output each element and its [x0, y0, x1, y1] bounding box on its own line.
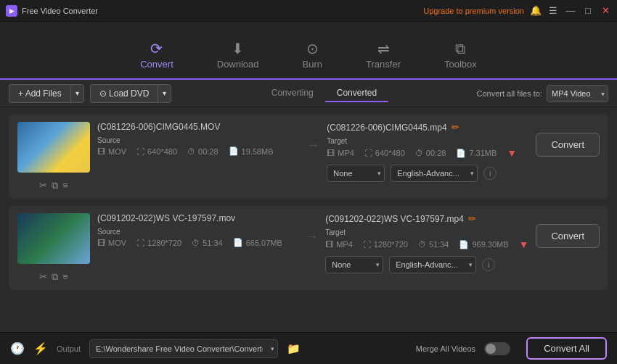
target-film-icon-2: 🎞 — [325, 240, 333, 249]
load-dvd-dropdown[interactable]: ▾ — [158, 84, 171, 103]
convert-button-1[interactable]: Convert — [536, 133, 600, 157]
convert-all-files-label: Convert all files to: — [477, 89, 542, 98]
lightning-icon[interactable]: ⚡ — [33, 342, 48, 355]
clock-icon[interactable]: 🕐 — [10, 342, 25, 355]
bottom-bar: 🕐 ⚡ Output E:\Wondershare Free Video Con… — [0, 332, 617, 364]
tab-converting[interactable]: Converting — [260, 85, 325, 102]
tab-converted[interactable]: Converted — [325, 85, 388, 102]
layers-icon-1[interactable]: ⧉ — [52, 180, 58, 191]
download-nav-icon: ⬇ — [232, 41, 244, 56]
source-res-val-2: 1280*720 — [147, 239, 181, 247]
arrow-icon-1: → — [306, 138, 319, 153]
add-files-dropdown[interactable]: ▾ — [70, 84, 84, 103]
close-button[interactable]: ✕ — [600, 5, 611, 17]
quality-select-2[interactable]: None — [325, 256, 383, 273]
convert-btn-col-2: Convert — [536, 213, 600, 248]
target-res-val-2: 1280*720 — [374, 240, 408, 249]
add-files-button[interactable]: + Add Files — [9, 84, 70, 103]
source-label-1: Source — [97, 136, 299, 144]
edit-icon-1[interactable]: ✏ — [451, 122, 459, 133]
source-res-2: ⛶ 1280*720 — [136, 239, 181, 247]
scissors-icon-2[interactable]: ✂ — [39, 271, 47, 283]
format-select-wrapper: MP4 Video MOV Video AVI Video MKV Video — [547, 85, 608, 102]
file-item-2: ✂ ⧉ ≡ (C091202-022)WS VC-197597.mov Sour… — [9, 206, 608, 290]
tab-transfer-label: Transfer — [366, 59, 401, 70]
target-resize-icon-2: ⛶ — [363, 240, 371, 249]
target-name-row-2: (C091202-022)WS VC-197597.mp4 ✏ — [325, 213, 528, 224]
merge-toggle[interactable] — [484, 342, 510, 355]
tab-download[interactable]: ⬇ Download — [195, 34, 281, 78]
target-format-2: 🎞 MP4 — [325, 240, 353, 249]
tab-toolbox-label: Toolbox — [444, 59, 477, 70]
target-timer-icon-1: ⏱ — [415, 149, 423, 157]
source-res-val-1: 640*480 — [147, 147, 177, 156]
source-meta-1: 🎞 MOV ⛶ 640*480 ⏱ 00:28 📄 19.58MB — [97, 146, 299, 156]
resize-icon-1: ⛶ — [136, 147, 144, 156]
app-icon: ▶ — [6, 5, 17, 17]
target-options-2: None English-Advanc... i — [325, 256, 528, 273]
target-format-val-1: MP4 — [338, 149, 354, 157]
thumb-img-1 — [17, 122, 90, 173]
upgrade-link[interactable]: Upgrade to premium version — [423, 7, 524, 15]
target-name-2: (C091202-022)WS VC-197597.mp4 — [325, 214, 464, 224]
folder-icon[interactable]: 📁 — [287, 342, 301, 355]
target-size-2: 📄 969.30MB — [459, 240, 508, 249]
target-options-1: None English-Advanc... i — [327, 165, 528, 182]
target-info-2: (C091202-022)WS VC-197597.mp4 ✏ Target 🎞… — [325, 213, 528, 273]
info-button-1[interactable]: i — [483, 167, 497, 180]
quality-select-1[interactable]: None — [327, 165, 385, 182]
target-dur-2: ⏱ 51:34 — [418, 240, 449, 249]
maximize-button[interactable]: □ — [582, 5, 594, 17]
source-format-2: 🎞 MOV — [97, 239, 126, 247]
toolbox-nav-icon: ⧉ — [455, 41, 465, 56]
resolution-down-btn-1[interactable]: ▼ — [507, 147, 517, 159]
target-dur-1: ⏱ 00:28 — [415, 149, 446, 157]
file-info-2: (C091202-022)WS VC-197597.mov Source 🎞 M… — [97, 213, 298, 250]
target-name-row-1: (C081226-006)CIMG0445.mp4 ✏ — [327, 122, 528, 133]
tab-transfer[interactable]: ⇌ Transfer — [344, 34, 422, 78]
resolution-down-btn-2[interactable]: ▼ — [519, 239, 529, 250]
film-icon-1: 🎞 — [97, 147, 105, 156]
edit-icon-2[interactable]: ✏ — [468, 213, 476, 224]
transfer-nav-icon: ⇌ — [377, 41, 390, 56]
lang-select-wrapper-2: English-Advanc... — [389, 256, 476, 273]
target-res-val-1: 640*480 — [375, 149, 405, 157]
format-select[interactable]: MP4 Video MOV Video AVI Video MKV Video — [547, 85, 608, 102]
settings-icon-2[interactable]: ≡ — [62, 271, 68, 283]
target-label-1: Target — [327, 137, 528, 145]
thumb-controls-1: ✂ ⧉ ≡ — [17, 180, 90, 191]
source-dur-2: ⏱ 51:34 — [192, 239, 223, 247]
target-dur-val-2: 51:34 — [429, 240, 449, 249]
file-icon-2: 📄 — [233, 238, 243, 247]
nav-tabs: ⟳ Convert ⬇ Download ⊙ Burn ⇌ Transfer ⧉… — [0, 34, 617, 78]
app-title: Free Video Converter — [22, 7, 98, 15]
tab-burn[interactable]: ⊙ Burn — [281, 34, 344, 78]
convert-button-2[interactable]: Convert — [536, 224, 600, 248]
bell-icon[interactable]: 🔔 — [530, 5, 542, 17]
output-path-select[interactable]: E:\Wondershare Free Video Converter\Conv… — [89, 339, 278, 358]
tab-toolbox[interactable]: ⧉ Toolbox — [422, 34, 499, 78]
source-dur-1: ⏱ 00:28 — [187, 147, 218, 156]
lang-select-wrapper-1: English-Advanc... — [391, 165, 478, 182]
scissors-icon-1[interactable]: ✂ — [39, 180, 47, 191]
info-button-2[interactable]: i — [482, 258, 495, 271]
lang-select-2[interactable]: English-Advanc... — [389, 256, 476, 273]
load-dvd-button[interactable]: ⊙ Load DVD — [90, 84, 158, 103]
tab-convert[interactable]: ⟳ Convert — [118, 34, 195, 78]
settings-icon-1[interactable]: ≡ — [62, 180, 68, 191]
lang-select-1[interactable]: English-Advanc... — [391, 165, 478, 182]
file-info-1: (C081226-006)CIMG0445.MOV Source 🎞 MOV ⛶… — [97, 122, 299, 159]
tab-burn-label: Burn — [303, 59, 322, 70]
target-dur-val-1: 00:28 — [426, 149, 446, 157]
output-label: Output — [57, 344, 81, 353]
menu-icon[interactable]: ☰ — [547, 5, 559, 17]
minimize-button[interactable]: — — [565, 5, 576, 17]
convert-all-button[interactable]: Convert All — [526, 337, 607, 360]
target-label-2: Target — [325, 228, 528, 236]
file-icon-1: 📄 — [229, 146, 239, 156]
target-size-1: 📄 7.31MB — [456, 149, 497, 158]
quality-select-wrapper-1: None — [327, 165, 385, 182]
timer-icon-2: ⏱ — [192, 239, 200, 247]
layers-icon-2[interactable]: ⧉ — [52, 271, 58, 283]
tab-download-label: Download — [217, 59, 259, 70]
